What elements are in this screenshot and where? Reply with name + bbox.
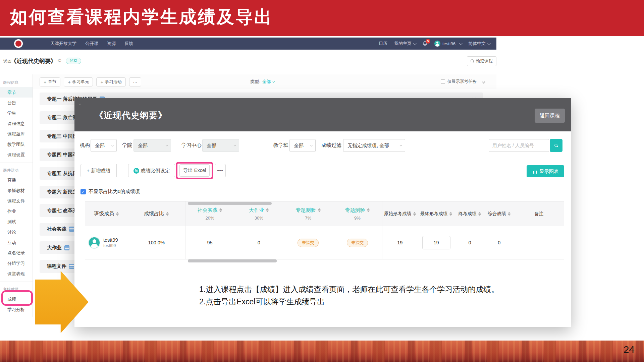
- search-icon: [471, 59, 474, 63]
- sidebar-item-class-performance[interactable]: 课堂表现: [0, 268, 33, 279]
- column-link[interactable]: 专题测验: [345, 207, 365, 214]
- sidebar-item-interaction[interactable]: 互动: [0, 237, 33, 248]
- sort-icon[interactable]: [367, 208, 370, 212]
- sidebar-item-students[interactable]: 学生: [0, 108, 33, 118]
- add-unit-button[interactable]: +学习单元: [64, 77, 93, 86]
- sidebar-item-rollcall[interactable]: 点名记录: [0, 248, 33, 258]
- table-row: testt99 testt99 100.0% 95 0 未提交 未提交 19 0…: [85, 226, 564, 259]
- footer-cityscape: [0, 341, 644, 362]
- nav-item-school[interactable]: 天津开放大学: [50, 41, 76, 47]
- col-topic-quiz-1: 专题测验 7%: [283, 201, 333, 226]
- user-menu[interactable]: testt96: [434, 41, 462, 47]
- sidebar-item-course-files[interactable]: 课程文件: [0, 196, 33, 206]
- grade-filter-label: 成绩过滤: [321, 142, 341, 148]
- col-raw-score: 原始形考成绩: [382, 201, 418, 226]
- preview-course-button[interactable]: 预览课程: [467, 56, 496, 66]
- sidebar-item-learning-analytics[interactable]: 学习分析: [0, 304, 33, 315]
- sidebar-item-question-bank[interactable]: 课程题库: [0, 129, 33, 139]
- nav-item-my-home[interactable]: 我的主页: [394, 41, 416, 47]
- sidebar-item-homework[interactable]: 作业: [0, 206, 33, 217]
- column-link[interactable]: 社会实践: [197, 207, 217, 214]
- sort-icon[interactable]: [166, 212, 169, 216]
- nav-item-resources[interactable]: 资源: [107, 41, 116, 47]
- status-badge: 未提交: [347, 239, 368, 247]
- col-remark: 备注: [514, 201, 564, 226]
- student-avatar: [88, 237, 100, 249]
- student-cell[interactable]: testt99 testt99: [85, 226, 128, 259]
- type-filter-value[interactable]: 全部: [262, 79, 274, 85]
- remark-value: [514, 226, 564, 259]
- ratio-value: 100.0%: [128, 226, 185, 259]
- grade-table: 班级成员 成绩占比 社会实践 20% 大作业 30% 专题测验 7% 专题测验 …: [85, 201, 564, 259]
- sidebar-item-tests[interactable]: 测试: [0, 217, 33, 227]
- add-grade-button[interactable]: +新增成绩: [80, 164, 117, 177]
- nav-right-cluster: 日历 我的主页 5 testt96 简体中文: [379, 38, 490, 50]
- chevron-down-icon: [413, 42, 417, 45]
- class-filter-select[interactable]: 全部: [289, 139, 316, 152]
- grade-filter-select[interactable]: 无指定成绩项, 全部: [343, 139, 405, 152]
- table-header: 班级成员 成绩占比 社会实践 20% 大作业 30% 专题测验 7% 专题测验 …: [85, 201, 564, 226]
- nav-item-calendar[interactable]: 日历: [379, 41, 387, 47]
- sort-icon[interactable]: [266, 208, 269, 212]
- total-score-value: 0: [484, 226, 514, 259]
- ratio-icon: %: [133, 168, 139, 174]
- chevron-down-icon: [233, 143, 236, 146]
- column-link[interactable]: 专题测验: [296, 207, 316, 214]
- user-search-input[interactable]: [489, 139, 549, 152]
- back-to-course-button[interactable]: 返回课程: [535, 109, 565, 123]
- toolbar-more-button[interactable]: ···: [129, 77, 142, 86]
- grade-ratio-button[interactable]: %成绩比例设定: [128, 164, 175, 177]
- sidebar-item-chapters[interactable]: 章节: [0, 87, 33, 98]
- bell-icon[interactable]: 5: [422, 41, 428, 46]
- chevron-down-icon: [310, 143, 313, 146]
- sort-icon[interactable]: [413, 212, 416, 216]
- column-link[interactable]: 大作业: [249, 207, 264, 214]
- sidebar-item-teaching-team[interactable]: 教学团队: [0, 139, 33, 149]
- show-chart-button[interactable]: 显示图表: [527, 165, 564, 177]
- collapse-all-icon[interactable]: [482, 81, 484, 83]
- sidebar-item-recordings[interactable]: 录播教材: [0, 185, 33, 196]
- college-filter-select[interactable]: 全部: [133, 139, 171, 152]
- back-link[interactable]: 返回: [3, 59, 11, 64]
- sidebar-item-live[interactable]: 直播: [0, 175, 33, 185]
- add-chapter-button[interactable]: +章节: [40, 77, 60, 86]
- course-sidebar: 课程信息 章节 公告 学生 课程信息 课程题库 教学团队 课程设置 课件活动 直…: [0, 74, 33, 317]
- chevron-down-icon: [459, 42, 463, 45]
- col-social-practice: 社会实践 20%: [185, 201, 234, 226]
- sidebar-item-group-study[interactable]: 分组学习: [0, 258, 33, 268]
- more-actions-button[interactable]: •••: [215, 164, 226, 177]
- search-button[interactable]: [550, 139, 562, 152]
- sort-icon[interactable]: [116, 212, 119, 216]
- slide-title-banner: 如何查看课程内学生成绩及导出: [0, 0, 644, 36]
- add-activity-button[interactable]: +学习活动: [96, 77, 125, 86]
- sort-icon[interactable]: [219, 208, 222, 212]
- chevron-down-icon: [111, 143, 114, 146]
- chevron-down-icon: [487, 42, 491, 45]
- sidebar-item-announcements[interactable]: 公告: [0, 98, 33, 108]
- chevron-down-icon: [165, 143, 168, 146]
- sidebar-item-course-info[interactable]: 课程信息: [0, 118, 33, 129]
- sidebar-item-discussion[interactable]: 讨论: [0, 227, 33, 237]
- language-menu[interactable]: 简体中文: [468, 41, 490, 47]
- nav-item-open-courses[interactable]: 公开课: [85, 41, 98, 47]
- slide-title: 如何查看课程内学生成绩及导出: [10, 5, 273, 29]
- sort-icon[interactable]: [318, 208, 321, 212]
- sort-icon[interactable]: [449, 212, 452, 216]
- export-excel-button[interactable]: 导出 Excel: [179, 164, 210, 177]
- avatar: [434, 41, 440, 47]
- horizontal-scrollbar[interactable]: [188, 202, 272, 205]
- status-topic-quiz-2: 未提交: [333, 226, 382, 259]
- learning-center-filter-select[interactable]: 全部: [202, 139, 239, 152]
- only-assess-checkbox[interactable]: [441, 79, 445, 84]
- hide-zero-checkbox[interactable]: ✓: [80, 189, 86, 194]
- plus-icon: +: [44, 79, 46, 85]
- exam-score-value: 0: [455, 226, 484, 259]
- nav-item-feedback[interactable]: 反馈: [124, 41, 133, 47]
- final-score-input[interactable]: [422, 236, 450, 249]
- sort-icon[interactable]: [478, 212, 481, 216]
- modal-header: 《近现代史纲要》 返回课程: [74, 98, 571, 131]
- horizontal-scrollbar[interactable]: [188, 259, 277, 262]
- sidebar-item-course-settings[interactable]: 课程设置: [0, 149, 33, 160]
- sort-icon[interactable]: [508, 212, 511, 216]
- org-filter-select[interactable]: 全部: [91, 139, 117, 152]
